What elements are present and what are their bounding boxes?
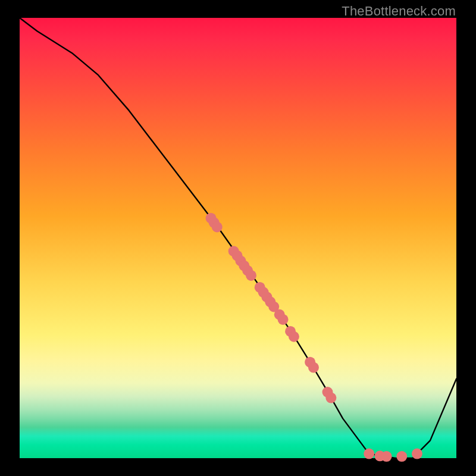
highlight-point [325, 393, 336, 403]
highlight-point [396, 451, 407, 462]
highlight-point [364, 449, 374, 459]
highlight-point [381, 451, 392, 462]
watermark-text: TheBottleneck.com [342, 4, 456, 19]
chart-plot-area [20, 18, 456, 458]
highlight-point [212, 222, 223, 233]
chart-svg [20, 18, 456, 458]
highlight-point [278, 314, 289, 325]
highlight-point [246, 270, 256, 281]
bottleneck-curve-line [20, 18, 456, 458]
highlight-points-group [205, 213, 422, 462]
highlight-point [289, 331, 299, 342]
highlight-point [412, 449, 422, 459]
highlight-point [308, 362, 319, 373]
